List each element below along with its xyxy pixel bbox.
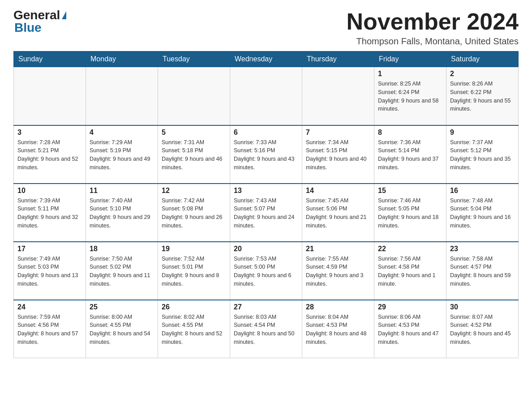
day-number: 21	[306, 245, 370, 253]
day-info: Sunrise: 7:45 AMSunset: 5:06 PMDaylight:…	[306, 197, 370, 230]
day-info: Sunrise: 8:26 AMSunset: 6:22 PMDaylight:…	[450, 80, 515, 113]
calendar-cell: 2Sunrise: 8:26 AMSunset: 6:22 PMDaylight…	[446, 67, 519, 125]
day-number: 10	[17, 187, 82, 195]
day-number: 1	[378, 70, 442, 78]
calendar-cell: 1Sunrise: 8:25 AMSunset: 6:24 PMDaylight…	[374, 67, 446, 125]
weekday-header-thursday: Thursday	[302, 51, 374, 67]
day-info: Sunrise: 7:36 AMSunset: 5:14 PMDaylight:…	[378, 138, 442, 172]
day-info: Sunrise: 7:37 AMSunset: 5:12 PMDaylight:…	[450, 138, 515, 172]
weekday-header-row: SundayMondayTuesdayWednesdayThursdayFrid…	[14, 51, 519, 67]
calendar-cell: 5Sunrise: 7:31 AMSunset: 5:18 PMDaylight…	[158, 125, 230, 184]
title-area: November 2024 Thompson Falls, Montana, U…	[347, 9, 519, 47]
day-info: Sunrise: 7:52 AMSunset: 5:01 PMDaylight:…	[162, 255, 226, 288]
header: General Blue November 2024 Thompson Fall…	[13, 9, 519, 47]
calendar-cell	[158, 67, 230, 125]
day-info: Sunrise: 7:42 AMSunset: 5:08 PMDaylight:…	[162, 197, 226, 230]
day-number: 9	[450, 128, 515, 137]
day-number: 7	[306, 128, 370, 137]
day-info: Sunrise: 7:46 AMSunset: 5:05 PMDaylight:…	[378, 197, 442, 230]
calendar-cell: 15Sunrise: 7:46 AMSunset: 5:05 PMDayligh…	[374, 184, 446, 242]
calendar-cell: 16Sunrise: 7:48 AMSunset: 5:04 PMDayligh…	[446, 184, 519, 242]
day-info: Sunrise: 7:33 AMSunset: 5:16 PMDaylight:…	[234, 138, 298, 172]
weekday-header-wednesday: Wednesday	[230, 51, 302, 67]
calendar-cell: 12Sunrise: 7:42 AMSunset: 5:08 PMDayligh…	[158, 184, 230, 242]
calendar-cell	[230, 67, 302, 125]
day-number: 11	[90, 187, 154, 195]
calendar-cell: 28Sunrise: 8:04 AMSunset: 4:53 PMDayligh…	[302, 300, 374, 358]
calendar-cell: 19Sunrise: 7:52 AMSunset: 5:01 PMDayligh…	[158, 242, 230, 300]
calendar-cell: 27Sunrise: 8:03 AMSunset: 4:54 PMDayligh…	[230, 300, 302, 358]
logo-triangle-icon	[62, 11, 66, 19]
day-info: Sunrise: 7:59 AMSunset: 4:56 PMDaylight:…	[17, 313, 82, 347]
day-number: 25	[90, 303, 154, 311]
calendar-cell: 25Sunrise: 8:00 AMSunset: 4:55 PMDayligh…	[86, 300, 158, 358]
calendar-cell: 21Sunrise: 7:55 AMSunset: 4:59 PMDayligh…	[302, 242, 374, 300]
day-info: Sunrise: 7:28 AMSunset: 5:21 PMDaylight:…	[17, 138, 82, 172]
location-title: Thompson Falls, Montana, United States	[347, 36, 519, 47]
calendar-week-row: 17Sunrise: 7:49 AMSunset: 5:03 PMDayligh…	[14, 242, 519, 300]
day-info: Sunrise: 7:56 AMSunset: 4:58 PMDaylight:…	[378, 255, 442, 288]
calendar-cell: 9Sunrise: 7:37 AMSunset: 5:12 PMDaylight…	[446, 125, 519, 184]
day-info: Sunrise: 7:29 AMSunset: 5:19 PMDaylight:…	[90, 138, 154, 172]
day-number: 16	[450, 187, 515, 195]
calendar-week-row: 3Sunrise: 7:28 AMSunset: 5:21 PMDaylight…	[14, 125, 519, 184]
calendar: SundayMondayTuesdayWednesdayThursdayFrid…	[13, 51, 519, 358]
day-info: Sunrise: 7:53 AMSunset: 5:00 PMDaylight:…	[234, 255, 298, 288]
weekday-header-monday: Monday	[86, 51, 158, 67]
calendar-cell: 24Sunrise: 7:59 AMSunset: 4:56 PMDayligh…	[14, 300, 86, 358]
day-info: Sunrise: 8:25 AMSunset: 6:24 PMDaylight:…	[378, 80, 442, 113]
day-number: 2	[450, 70, 515, 78]
calendar-cell: 22Sunrise: 7:56 AMSunset: 4:58 PMDayligh…	[374, 242, 446, 300]
day-number: 19	[162, 245, 226, 253]
calendar-cell: 10Sunrise: 7:39 AMSunset: 5:11 PMDayligh…	[14, 184, 86, 242]
calendar-cell: 6Sunrise: 7:33 AMSunset: 5:16 PMDaylight…	[230, 125, 302, 184]
weekday-header-tuesday: Tuesday	[158, 51, 230, 67]
logo: General Blue	[13, 9, 66, 34]
day-number: 30	[450, 303, 515, 311]
day-number: 29	[378, 303, 442, 311]
day-number: 28	[306, 303, 370, 311]
day-number: 12	[162, 187, 226, 195]
calendar-cell: 3Sunrise: 7:28 AMSunset: 5:21 PMDaylight…	[14, 125, 86, 184]
day-number: 23	[450, 245, 515, 253]
day-number: 14	[306, 187, 370, 195]
day-number: 6	[234, 128, 298, 137]
calendar-week-row: 24Sunrise: 7:59 AMSunset: 4:56 PMDayligh…	[14, 300, 519, 358]
day-number: 4	[90, 128, 154, 137]
calendar-cell: 18Sunrise: 7:50 AMSunset: 5:02 PMDayligh…	[86, 242, 158, 300]
calendar-cell: 30Sunrise: 8:07 AMSunset: 4:52 PMDayligh…	[446, 300, 519, 358]
calendar-cell: 26Sunrise: 8:02 AMSunset: 4:55 PMDayligh…	[158, 300, 230, 358]
calendar-cell: 13Sunrise: 7:43 AMSunset: 5:07 PMDayligh…	[230, 184, 302, 242]
day-number: 18	[90, 245, 154, 253]
calendar-cell: 8Sunrise: 7:36 AMSunset: 5:14 PMDaylight…	[374, 125, 446, 184]
day-info: Sunrise: 8:00 AMSunset: 4:55 PMDaylight:…	[90, 313, 154, 347]
day-number: 26	[162, 303, 226, 311]
day-info: Sunrise: 7:50 AMSunset: 5:02 PMDaylight:…	[90, 255, 154, 288]
calendar-cell	[302, 67, 374, 125]
calendar-week-row: 10Sunrise: 7:39 AMSunset: 5:11 PMDayligh…	[14, 184, 519, 242]
calendar-week-row: 1Sunrise: 8:25 AMSunset: 6:24 PMDaylight…	[14, 67, 519, 125]
day-number: 27	[234, 303, 298, 311]
day-number: 8	[378, 128, 442, 137]
calendar-cell: 14Sunrise: 7:45 AMSunset: 5:06 PMDayligh…	[302, 184, 374, 242]
calendar-cell: 23Sunrise: 7:58 AMSunset: 4:57 PMDayligh…	[446, 242, 519, 300]
day-info: Sunrise: 7:48 AMSunset: 5:04 PMDaylight:…	[450, 197, 515, 230]
calendar-cell: 29Sunrise: 8:06 AMSunset: 4:53 PMDayligh…	[374, 300, 446, 358]
day-info: Sunrise: 8:02 AMSunset: 4:55 PMDaylight:…	[162, 313, 226, 347]
logo-blue: Blue	[14, 21, 42, 34]
day-number: 20	[234, 245, 298, 253]
day-info: Sunrise: 7:55 AMSunset: 4:59 PMDaylight:…	[306, 255, 370, 288]
calendar-cell	[86, 67, 158, 125]
calendar-cell: 11Sunrise: 7:40 AMSunset: 5:10 PMDayligh…	[86, 184, 158, 242]
weekday-header-friday: Friday	[374, 51, 446, 67]
day-number: 15	[378, 187, 442, 195]
month-title: November 2024	[347, 9, 519, 34]
day-info: Sunrise: 8:04 AMSunset: 4:53 PMDaylight:…	[306, 313, 370, 347]
day-info: Sunrise: 7:40 AMSunset: 5:10 PMDaylight:…	[90, 197, 154, 230]
day-info: Sunrise: 8:07 AMSunset: 4:52 PMDaylight:…	[450, 313, 515, 347]
calendar-cell: 20Sunrise: 7:53 AMSunset: 5:00 PMDayligh…	[230, 242, 302, 300]
day-info: Sunrise: 7:31 AMSunset: 5:18 PMDaylight:…	[162, 138, 226, 172]
logo-general: General	[13, 9, 60, 21]
calendar-cell: 4Sunrise: 7:29 AMSunset: 5:19 PMDaylight…	[86, 125, 158, 184]
day-number: 5	[162, 128, 226, 137]
